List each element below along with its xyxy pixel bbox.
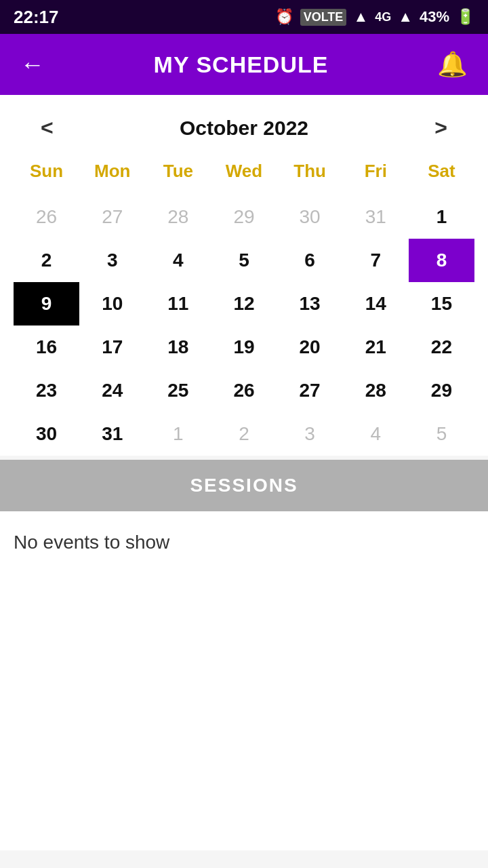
bell-button[interactable]: 🔔 bbox=[437, 50, 468, 79]
calendar-day[interactable]: 29 bbox=[211, 195, 277, 239]
day-headers: Sun Mon Tue Wed Thu Fri Sat bbox=[14, 147, 474, 195]
calendar-day[interactable]: 3 bbox=[277, 412, 343, 456]
sessions-header: SESSIONS bbox=[0, 460, 488, 511]
day-header-sat: Sat bbox=[409, 154, 474, 189]
page-title: MY SCHEDULE bbox=[154, 52, 329, 78]
day-header-thu: Thu bbox=[277, 154, 343, 189]
calendar: < October 2022 > Sun Mon Tue Wed Thu Fri… bbox=[0, 95, 488, 456]
calendar-day[interactable]: 26 bbox=[14, 195, 79, 239]
calendar-day[interactable]: 31 bbox=[343, 195, 409, 239]
calendar-day[interactable]: 3 bbox=[79, 239, 145, 282]
calendar-day[interactable]: 4 bbox=[145, 239, 211, 282]
calendar-day[interactable]: 17 bbox=[79, 326, 145, 369]
calendar-day[interactable]: 30 bbox=[277, 195, 343, 239]
calendar-day[interactable]: 18 bbox=[145, 326, 211, 369]
calendar-day[interactable]: 4 bbox=[343, 412, 409, 456]
calendar-day[interactable]: 13 bbox=[277, 282, 343, 326]
calendar-day[interactable]: 29 bbox=[409, 369, 474, 412]
next-month-button[interactable]: > bbox=[428, 115, 454, 140]
content-area: No events to show bbox=[0, 511, 488, 850]
calendar-grid: 2627282930311234567891011121314151617181… bbox=[14, 195, 474, 456]
calendar-day[interactable]: 28 bbox=[145, 195, 211, 239]
day-header-mon: Mon bbox=[79, 154, 145, 189]
calendar-day[interactable]: 12 bbox=[211, 282, 277, 326]
battery-icon: 🔋 bbox=[456, 8, 474, 26]
calendar-day[interactable]: 16 bbox=[14, 326, 79, 369]
calendar-day[interactable]: 9 bbox=[14, 282, 79, 326]
volte-icon: VOLTE bbox=[300, 9, 347, 26]
calendar-day[interactable]: 8 bbox=[409, 239, 474, 282]
calendar-day[interactable]: 2 bbox=[14, 239, 79, 282]
calendar-day[interactable]: 26 bbox=[211, 369, 277, 412]
calendar-day[interactable]: 22 bbox=[409, 326, 474, 369]
calendar-day[interactable]: 5 bbox=[409, 412, 474, 456]
calendar-day[interactable]: 27 bbox=[79, 195, 145, 239]
app-header: ← MY SCHEDULE 🔔 bbox=[0, 34, 488, 95]
battery-text: 43% bbox=[420, 8, 449, 26]
month-nav: < October 2022 > bbox=[14, 102, 474, 147]
no-events-text: No events to show bbox=[0, 511, 488, 574]
day-header-tue: Tue bbox=[145, 154, 211, 189]
day-header-wed: Wed bbox=[211, 154, 277, 189]
network-icon: 4G bbox=[375, 10, 391, 24]
calendar-day[interactable]: 30 bbox=[14, 412, 79, 456]
calendar-day[interactable]: 25 bbox=[145, 369, 211, 412]
prev-month-button[interactable]: < bbox=[34, 115, 60, 140]
day-header-sun: Sun bbox=[14, 154, 79, 189]
status-icons: ⏰ VOLTE ▲ 4G ▲ 43% 🔋 bbox=[275, 8, 474, 26]
calendar-day[interactable]: 20 bbox=[277, 326, 343, 369]
signal2-icon: ▲ bbox=[398, 8, 413, 26]
calendar-day[interactable]: 14 bbox=[343, 282, 409, 326]
calendar-day[interactable]: 10 bbox=[79, 282, 145, 326]
back-button[interactable]: ← bbox=[20, 50, 45, 79]
calendar-day[interactable]: 1 bbox=[409, 195, 474, 239]
calendar-day[interactable]: 21 bbox=[343, 326, 409, 369]
calendar-day[interactable]: 23 bbox=[14, 369, 79, 412]
calendar-day[interactable]: 31 bbox=[79, 412, 145, 456]
calendar-day[interactable]: 6 bbox=[277, 239, 343, 282]
calendar-day[interactable]: 27 bbox=[277, 369, 343, 412]
calendar-day[interactable]: 2 bbox=[211, 412, 277, 456]
calendar-day[interactable]: 1 bbox=[145, 412, 211, 456]
calendar-day[interactable]: 15 bbox=[409, 282, 474, 326]
signal-icon: ▲ bbox=[353, 8, 368, 26]
calendar-day[interactable]: 19 bbox=[211, 326, 277, 369]
calendar-day[interactable]: 5 bbox=[211, 239, 277, 282]
status-bar: 22:17 ⏰ VOLTE ▲ 4G ▲ 43% 🔋 bbox=[0, 0, 488, 34]
status-time: 22:17 bbox=[14, 7, 59, 28]
calendar-day[interactable]: 28 bbox=[343, 369, 409, 412]
day-header-fri: Fri bbox=[343, 154, 409, 189]
month-title: October 2022 bbox=[180, 117, 308, 140]
calendar-day[interactable]: 7 bbox=[343, 239, 409, 282]
alarm-icon: ⏰ bbox=[275, 8, 293, 26]
calendar-day[interactable]: 24 bbox=[79, 369, 145, 412]
calendar-day[interactable]: 11 bbox=[145, 282, 211, 326]
